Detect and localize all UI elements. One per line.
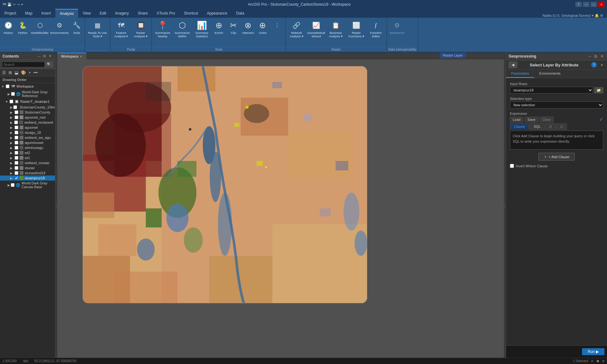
quick-access-undo[interactable]: ↩	[13, 3, 16, 7]
expression-area[interactable]: Click Add Clause to begin building your …	[510, 131, 603, 150]
layer-stutsmancounty-10km[interactable]: ▶ StutsmanCounty_10km	[0, 105, 55, 110]
quick-access-save[interactable]: 💾	[7, 3, 12, 7]
extra-tab-1[interactable]: □	[545, 123, 556, 130]
maximize-btn[interactable]: □	[591, 2, 597, 7]
summarize-within-btn[interactable]: ⬡ Summarize Within	[173, 19, 192, 40]
clause-tab[interactable]: Clause	[510, 123, 529, 130]
python-btn[interactable]: 🐍 Python	[16, 19, 30, 36]
amwt-checkbox[interactable]	[15, 141, 18, 145]
geo-panel-pin-btn[interactable]: ─	[587, 54, 592, 59]
input-rows-folder-btn[interactable]: 📁	[594, 87, 603, 93]
raster-group-checkbox[interactable]	[9, 100, 13, 103]
contents-close-btn[interactable]: ✕	[48, 54, 53, 59]
wr-checkbox[interactable]	[14, 120, 18, 124]
enrich-btn[interactable]: ⊕ Enrich	[212, 19, 226, 36]
layer-world-dark-gray-ref[interactable]: ▶ 🌐 World Dark Gray Reference	[0, 89, 55, 98]
summarize-nearby-btn[interactable]: 📍 Summarize Nearby	[153, 19, 172, 40]
union-btn[interactable]: ⊕ Union	[256, 19, 269, 36]
clear-btn[interactable]: Clear	[540, 117, 554, 122]
wt2-checkbox[interactable]	[15, 151, 18, 155]
map-tab-workspace[interactable]: Workspace ✕	[57, 52, 86, 59]
network-analysis-btn[interactable]: 🔗 Network Analysis ▾	[287, 19, 306, 40]
environments-btn[interactable]: ⚙ Environments	[50, 19, 69, 36]
list-view-btn[interactable]: ☰	[1, 70, 7, 75]
load-btn[interactable]: Load	[510, 117, 523, 122]
tab-appearance[interactable]: Appearance	[202, 9, 232, 18]
quick-access-menu[interactable]: ▾	[21, 3, 23, 7]
tab-xtools-pro[interactable]: XTools Pro	[152, 9, 179, 18]
geo-panel-float-btn[interactable]: ⧉	[593, 54, 598, 59]
raster-analysis-btn[interactable]: 🔲 Raster Analysis ▾	[131, 19, 150, 40]
layer-aguminuswt[interactable]: ▶ aguminuswt	[0, 140, 55, 145]
workbench-btn[interactable]: ⚙ Workbench	[388, 19, 406, 36]
search-input[interactable]	[2, 62, 45, 67]
layer-stunwi[interactable]: ▶ stunwi	[0, 165, 55, 170]
geo-back-btn[interactable]: ◀	[509, 62, 517, 68]
workspace-checkbox[interactable]	[6, 84, 9, 88]
wt1-checkbox[interactable]	[15, 156, 18, 160]
tab-share[interactable]: Share	[133, 9, 152, 18]
geo-add-btn[interactable]: +	[599, 62, 604, 68]
tab-edit[interactable]: Edit	[95, 9, 111, 18]
geo-tab-environments[interactable]: Environments	[534, 70, 566, 78]
layer-wt2[interactable]: ▶ wt2	[0, 150, 55, 155]
wtma-checkbox[interactable]	[15, 146, 18, 150]
layer-aguonwt-rast[interactable]: ▶ aguonwt_rast	[0, 115, 55, 120]
feature-analysis-btn[interactable]: 🗺 Feature Analysis ▾	[112, 19, 131, 40]
geo-tab-parameters[interactable]: Parameters	[506, 70, 534, 78]
tab-data[interactable]: Data	[232, 9, 249, 18]
summary-statistics-btn[interactable]: 📊 Summary Statistics	[192, 19, 211, 40]
layer-wt1[interactable]: ▶ wt1	[0, 155, 55, 160]
status-add-btn[interactable]: ⊕	[602, 359, 604, 363]
extra-tab-2[interactable]: □	[556, 123, 567, 130]
tab-project[interactable]: Project	[0, 9, 21, 18]
stunaswtind19-checkbox[interactable]	[15, 171, 18, 175]
wwa-checkbox[interactable]	[15, 136, 18, 139]
save-expression-btn[interactable]: Save	[524, 117, 538, 122]
help-btn[interactable]: ?	[575, 2, 582, 7]
add-layer-btn[interactable]: +	[28, 70, 32, 75]
status-pause-btn[interactable]: ⏸	[591, 359, 594, 363]
add-clause-btn[interactable]: ＋ + Add Clause	[538, 153, 575, 161]
layer-stuampcur18[interactable]: ▶ stuampcur18	[0, 176, 55, 181]
tab-analysis[interactable]: Analysis	[55, 9, 78, 18]
intersect-btn[interactable]: ⊗ Intersect	[241, 19, 255, 36]
minimize-btn[interactable]: ─	[583, 2, 589, 7]
clip-btn[interactable]: ✂ Clip	[226, 19, 240, 36]
input-rows-select[interactable]: stuampcur18	[510, 87, 593, 94]
scale-slider[interactable]: ⊞⊟	[23, 359, 28, 363]
layer-world-dark-gray-canvas[interactable]: ▶ 🌐 World Dark Gray Canvas Base	[0, 181, 55, 189]
layer-stunaswt-ind19[interactable]: ▶ stunawtInd19	[0, 170, 55, 176]
close-btn[interactable]: ✕	[598, 2, 604, 7]
window-controls[interactable]: ? ─ □ ✕	[575, 2, 604, 7]
tab-insert[interactable]: Insert	[37, 9, 55, 18]
function-editor-btn[interactable]: ƒ Function Editor	[366, 19, 385, 40]
layer-workspace[interactable]: ▼ 🗺 Workspace	[0, 83, 55, 89]
stuampcur18-checkbox[interactable]	[15, 176, 18, 180]
layer-aguonwt[interactable]: ▶ aguonwt	[0, 125, 55, 130]
ar-checkbox[interactable]	[15, 115, 18, 119]
stunwi-checkbox[interactable]	[15, 166, 18, 170]
status-stop-btn[interactable]: ⏹	[596, 359, 599, 363]
geo-panel-close-btn[interactable]: ✕	[599, 54, 604, 59]
search-button[interactable]: 🔍	[45, 61, 53, 67]
contents-float-btn[interactable]: ⧉	[42, 54, 47, 59]
more-tools-btn[interactable]: ⋮	[270, 19, 284, 32]
map-canvas[interactable]	[57, 60, 504, 358]
layer-wtminusagu[interactable]: ▶ wtminusagu	[0, 145, 55, 150]
layer-wetland-mosaic[interactable]: ▶ wetland_mosaic	[0, 160, 55, 165]
tab-shortcut[interactable]: Shortcut	[179, 9, 202, 18]
business-analysis-btn[interactable]: 📋 Business Analysis ▾	[326, 19, 345, 40]
layer-stuagu-18[interactable]: ▶ stuagu_18	[0, 130, 55, 135]
selection-type-select[interactable]: New selection	[510, 102, 603, 108]
run-btn[interactable]: Run ▶	[582, 348, 604, 355]
layer-wetland-wo-agu[interactable]: ▶ wetland_wo_agu	[0, 135, 55, 140]
symbology-btn[interactable]: 🎨	[20, 70, 27, 75]
contents-pin-btn[interactable]: ─	[37, 54, 41, 59]
layer-raster-group[interactable]: ▼ 🔲 RasterT_stuampc1	[0, 98, 55, 105]
tab-imagery[interactable]: Imagery	[111, 9, 133, 18]
sql-tab[interactable]: SQL	[530, 123, 545, 130]
drawing-order-btn[interactable]: ⬓	[14, 70, 19, 75]
layer-stutsmancounty[interactable]: ▶ StutsmanCounty	[0, 110, 55, 115]
aguonwt-checkbox[interactable]	[15, 126, 18, 129]
